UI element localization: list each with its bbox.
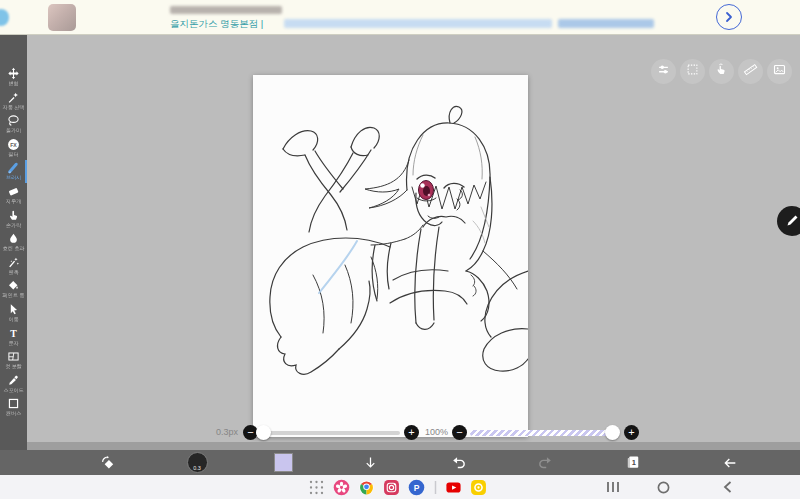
tool-sidebar: 변형자동 선택올가미FX필터브러시지우개손가락흐린 효과펜촉페인트 통이동T문자… — [0, 35, 27, 475]
notification-expand-button[interactable] — [716, 4, 742, 30]
youtube-icon — [445, 479, 462, 496]
tool-frame-divider[interactable]: 컷 분할 — [0, 350, 27, 372]
divider-icon — [427, 479, 444, 496]
svg-text:T: T — [10, 327, 17, 338]
auto-select-icon — [0, 91, 27, 104]
ibispaint-window: 을지돈가스 명동본점 | 변형자동 선택올가미FX필터브러시지우개손가락흐린 효… — [0, 0, 800, 499]
opacity-value: 100% — [418, 427, 448, 437]
app-grid-icon — [308, 479, 325, 496]
brush-size-plus-button[interactable]: + — [404, 425, 419, 440]
material-image-icon — [772, 62, 787, 81]
app-youtube[interactable] — [445, 479, 462, 496]
tool-lasso[interactable]: 올가미 — [0, 114, 27, 136]
taskbar-divider — [433, 479, 437, 496]
gesture-hand-icon — [714, 62, 729, 81]
tool-auto-select[interactable]: 자동 선택 — [0, 91, 27, 113]
brush-settings-button[interactable]: 0.3 — [185, 450, 209, 475]
ruler-button[interactable] — [738, 59, 763, 84]
tool-eraser[interactable]: 지우개 — [0, 185, 27, 207]
brush-icon — [0, 161, 27, 174]
gesture-hand-button[interactable] — [709, 59, 734, 84]
chrome-icon — [358, 479, 375, 496]
kakao-icon — [470, 479, 487, 496]
drawing-canvas[interactable] — [253, 75, 528, 437]
cursor-icon — [0, 303, 27, 316]
glitter-pen-icon — [0, 256, 27, 269]
tool-eyedropper[interactable]: 스포이드 — [0, 374, 27, 396]
notification-store-text: 을지돈가스 명동본점 | — [170, 18, 263, 31]
status-blob — [0, 9, 9, 26]
back-button[interactable] — [718, 450, 742, 475]
app-flower-app[interactable] — [333, 479, 350, 496]
recents-icon — [606, 481, 620, 493]
filter-icon: FX — [0, 138, 27, 151]
layer-count: 1 — [632, 458, 636, 467]
app-chrome[interactable] — [358, 479, 375, 496]
notification-title-redacted — [170, 6, 282, 14]
notification-body-redacted — [284, 19, 552, 28]
canvas-icon — [0, 397, 27, 410]
eraser-icon — [0, 185, 27, 198]
undo-icon — [450, 454, 467, 471]
instagram-icon — [383, 479, 400, 496]
lasso-icon — [0, 114, 27, 127]
app-kakao[interactable] — [470, 479, 487, 496]
opacity-knob[interactable] — [605, 425, 620, 440]
hide-ui-button[interactable] — [358, 450, 382, 475]
redo-icon — [537, 454, 554, 471]
move-icon — [0, 67, 27, 80]
ruler-icon — [743, 62, 758, 81]
color-swatch — [275, 454, 292, 471]
notification-banner[interactable]: 을지돈가스 명동본점 | — [0, 0, 800, 35]
tool-glitter-pen[interactable]: 펜촉 — [0, 256, 27, 278]
app-penup[interactable]: P — [408, 479, 425, 496]
tool-filter[interactable]: FX필터 — [0, 138, 27, 160]
notification-body-redacted2 — [558, 19, 654, 28]
redo-button[interactable] — [533, 450, 557, 475]
down-arrow-icon — [363, 455, 378, 470]
brush-size-slider[interactable] — [256, 431, 400, 435]
bucket-icon — [0, 279, 27, 292]
flower-app-icon — [333, 479, 350, 496]
tool-cursor[interactable]: 이동 — [0, 303, 27, 325]
tool-text[interactable]: T문자 — [0, 327, 27, 349]
tool-finger[interactable]: 손가락 — [0, 209, 27, 231]
finger-icon — [0, 209, 27, 222]
tool-brush[interactable]: 브러시 — [0, 161, 27, 183]
system-navbar: P — [0, 475, 800, 499]
eyedropper-icon — [0, 374, 27, 387]
tool-blur[interactable]: 흐린 효과 — [0, 232, 27, 254]
tool-move[interactable]: 변형 — [0, 67, 27, 89]
recents-button[interactable] — [603, 478, 623, 496]
notification-thumbnail — [48, 4, 76, 31]
brush-size-value: 0.3px — [206, 427, 238, 437]
brush-preview: 0.3 — [187, 452, 208, 473]
home-button[interactable] — [653, 478, 673, 496]
layers-button[interactable]: 1 — [621, 450, 645, 475]
undo-button[interactable] — [446, 450, 470, 475]
penup-icon: P — [408, 479, 425, 496]
material-image-button[interactable] — [767, 59, 792, 84]
canvas-artwork — [253, 75, 528, 437]
current-tool-button[interactable] — [95, 450, 119, 475]
selection-grid-button[interactable] — [680, 59, 705, 84]
svg-text:P: P — [414, 482, 420, 492]
opacity-plus-button[interactable]: + — [624, 425, 639, 440]
opacity-slider[interactable] — [470, 430, 618, 436]
blur-icon — [0, 232, 27, 245]
tool-bucket[interactable]: 페인트 통 — [0, 279, 27, 301]
chevron-right-icon — [723, 11, 735, 23]
app-app-grid[interactable] — [308, 479, 325, 496]
tool-canvas[interactable]: 캔버스 — [0, 397, 27, 419]
color-button[interactable] — [271, 450, 295, 475]
app-instagram[interactable] — [383, 479, 400, 496]
bottom-toolbar: 0.3 1 — [0, 450, 800, 475]
opacity-minus-button[interactable]: − — [452, 425, 467, 440]
frame-divider-icon — [0, 350, 27, 363]
back-nav-button[interactable] — [718, 478, 738, 496]
selection-grid-icon — [685, 62, 700, 81]
brush-size-knob[interactable] — [256, 425, 271, 440]
settings-toggles-button[interactable] — [651, 59, 676, 84]
pen-mode-button[interactable] — [777, 206, 800, 236]
transform-tool-icon — [99, 454, 116, 471]
